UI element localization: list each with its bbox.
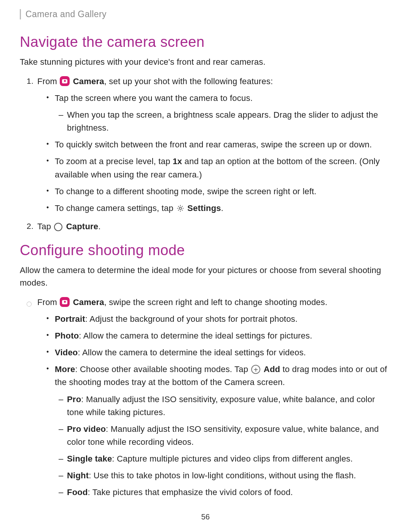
intro-navigate: Take stunning pictures with your device'… <box>20 56 391 68</box>
intro-configure: Allow the camera to determine the ideal … <box>20 264 391 289</box>
step1-b1-sub-item: When you tap the screen, a brightness sc… <box>67 109 391 134</box>
lead-prefix: From <box>37 297 59 307</box>
configure-lead-list: From Camera, swipe the screen right and … <box>20 296 391 499</box>
lead-camera-label: Camera <box>73 297 104 307</box>
mode-more-b: More <box>55 364 75 374</box>
step1-b5-post: . <box>221 203 223 213</box>
mode-single: Single take: Capture multiple pictures a… <box>67 452 391 465</box>
modes-list: Portrait: Adjust the background of your … <box>37 313 391 499</box>
step2-prefix: Tap <box>37 222 53 231</box>
step1-b5: To change camera settings, tap Settings. <box>55 202 391 216</box>
lead-suffix: , swipe the screen right and left to cha… <box>104 297 328 307</box>
step2-post: . <box>98 222 100 231</box>
step1-b1-sub: When you tap the screen, a brightness sc… <box>55 109 391 134</box>
step1-camera-label: Camera <box>73 77 104 86</box>
add-icon <box>251 365 260 374</box>
step1-b1-text: Tap the screen where you want the camera… <box>55 93 253 103</box>
mode-portrait: Portrait: Adjust the background of your … <box>55 313 391 326</box>
step2-bold: Capture <box>66 222 99 231</box>
mode-video-t: : Allow the camera to determine the idea… <box>78 348 306 357</box>
mode-night: Night: Use this to take photos in low-li… <box>67 469 391 482</box>
step-1: From Camera, set up your shot with the f… <box>37 75 391 216</box>
gear-icon <box>176 203 185 216</box>
step1-b2: To quickly switch between the front and … <box>55 138 391 151</box>
step1-b5-pre: To change camera settings, tap <box>55 203 176 213</box>
step1-bullets: Tap the screen where you want the camera… <box>37 92 391 216</box>
step1-b3-pre: To zoom at a precise level, tap <box>55 157 173 166</box>
mode-video: Video: Allow the camera to determine the… <box>55 346 391 359</box>
mode-provideo-t: : Manually adjust the ISO sensitivity, e… <box>67 424 379 447</box>
configure-lead: From Camera, swipe the screen right and … <box>37 296 391 499</box>
mode-pro-b: Pro <box>67 395 81 404</box>
svg-point-0 <box>179 207 182 209</box>
mode-single-t: : Capture multiple pictures and video cl… <box>112 454 353 463</box>
mode-pro: Pro: Manually adjust the ISO sensitivity… <box>67 393 391 419</box>
mode-food-t: : Take pictures that emphasize the vivid… <box>88 487 293 497</box>
page-number: 56 <box>0 513 411 521</box>
step-2: Tap Capture. <box>37 220 391 233</box>
mode-more-pre: : Choose other available shooting modes.… <box>75 364 250 374</box>
mode-provideo-b: Pro video <box>67 424 106 434</box>
step1-b4: To change to a different shooting mode, … <box>55 185 391 198</box>
section-title-navigate: Navigate the camera screen <box>20 34 391 50</box>
mode-food-b: Food <box>67 487 88 497</box>
mode-provideo: Pro video: Manually adjust the ISO sensi… <box>67 423 391 449</box>
mode-night-t: : Use this to take photos in low-light c… <box>89 471 356 480</box>
mode-portrait-t: : Adjust the background of your shots fo… <box>85 314 298 324</box>
step1-b3: To zoom at a precise level, tap 1x and t… <box>55 155 391 181</box>
mode-pro-t: : Manually adjust the ISO sensitivity, e… <box>67 395 375 417</box>
step1-b3-bold: 1x <box>173 157 182 166</box>
mode-night-b: Night <box>67 471 89 480</box>
mode-photo: Photo: Allow the camera to determine the… <box>55 329 391 342</box>
mode-photo-b: Photo <box>55 331 79 340</box>
mode-photo-t: : Allow the camera to determine the idea… <box>79 331 312 340</box>
steps-list: From Camera, set up your shot with the f… <box>20 75 391 233</box>
mode-video-b: Video <box>55 348 78 357</box>
camera-icon <box>60 297 70 307</box>
breadcrumb: Camera and Gallery <box>20 9 391 19</box>
mode-more: More: Choose other available shooting mo… <box>55 363 391 499</box>
capture-icon <box>54 223 62 231</box>
mode-more-add: Add <box>264 364 280 374</box>
more-sublist: Pro: Manually adjust the ISO sensitivity… <box>55 393 391 499</box>
section-title-configure: Configure shooting mode <box>20 242 391 259</box>
step1-prefix: From <box>37 77 59 86</box>
step1-b1: Tap the screen where you want the camera… <box>55 92 391 134</box>
mode-portrait-b: Portrait <box>55 314 85 324</box>
step1-suffix: , set up your shot with the following fe… <box>104 77 273 86</box>
mode-single-b: Single take <box>67 454 112 463</box>
mode-food: Food: Take pictures that emphasize the v… <box>67 486 391 499</box>
step1-b5-bold: Settings <box>187 203 221 213</box>
camera-icon <box>60 76 70 86</box>
open-bullet-icon <box>27 297 32 310</box>
